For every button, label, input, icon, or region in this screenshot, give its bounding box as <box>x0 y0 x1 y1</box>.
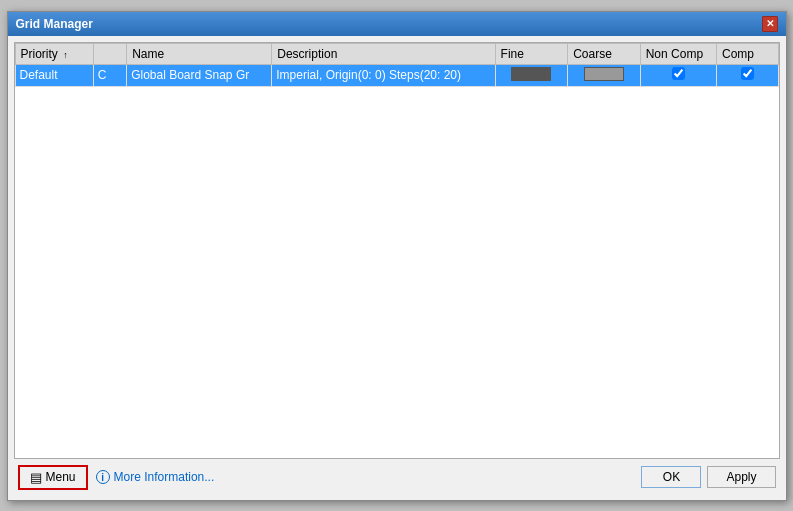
column-header-comp[interactable]: Comp <box>717 43 778 64</box>
column-header-description[interactable]: Description <box>272 43 495 64</box>
bottom-bar: ▤ Menu i More Information... OK Apply <box>14 459 780 494</box>
grid-table: Priority ↑ Name Description Fine <box>15 43 779 87</box>
table-header-row: Priority ↑ Name Description Fine <box>15 43 778 64</box>
window-title: Grid Manager <box>16 17 93 31</box>
cell-priority: Default <box>15 64 93 86</box>
grid-area: Priority ↑ Name Description Fine <box>14 42 780 459</box>
info-icon: i <box>96 470 110 484</box>
column-header-noncomp[interactable]: Non Comp <box>640 43 716 64</box>
column-header-type <box>93 43 126 64</box>
coarse-color-swatch[interactable] <box>584 67 624 81</box>
noncomp-checkbox[interactable] <box>672 67 685 80</box>
cell-coarse[interactable] <box>568 64 641 86</box>
column-header-priority[interactable]: Priority ↑ <box>15 43 93 64</box>
comp-checkbox[interactable] <box>741 67 754 80</box>
bottom-right-controls: OK Apply <box>641 466 775 488</box>
menu-button[interactable]: ▤ Menu <box>18 465 88 490</box>
close-button[interactable]: ✕ <box>762 16 778 32</box>
ok-button[interactable]: OK <box>641 466 701 488</box>
table-row[interactable]: DefaultCGlobal Board Snap GrImperial, Or… <box>15 64 778 86</box>
more-info-link[interactable]: i More Information... <box>96 470 215 484</box>
menu-icon: ▤ <box>30 470 42 485</box>
grid-manager-window: Grid Manager ✕ Priority ↑ Name <box>7 11 787 501</box>
cell-noncomp[interactable] <box>640 64 716 86</box>
column-header-fine[interactable]: Fine <box>495 43 568 64</box>
sort-arrow-priority: ↑ <box>63 50 68 60</box>
apply-button[interactable]: Apply <box>707 466 775 488</box>
cell-fine[interactable] <box>495 64 568 86</box>
title-bar: Grid Manager ✕ <box>8 12 786 36</box>
cell-name: Global Board Snap Gr <box>127 64 272 86</box>
column-header-name[interactable]: Name <box>127 43 272 64</box>
column-header-coarse[interactable]: Coarse <box>568 43 641 64</box>
cell-type: C <box>93 64 126 86</box>
cell-description: Imperial, Origin(0: 0) Steps(20: 20) <box>272 64 495 86</box>
bottom-left-controls: ▤ Menu i More Information... <box>18 465 215 490</box>
window-content: Priority ↑ Name Description Fine <box>8 36 786 500</box>
fine-color-swatch[interactable] <box>511 67 551 81</box>
cell-comp[interactable] <box>717 64 778 86</box>
